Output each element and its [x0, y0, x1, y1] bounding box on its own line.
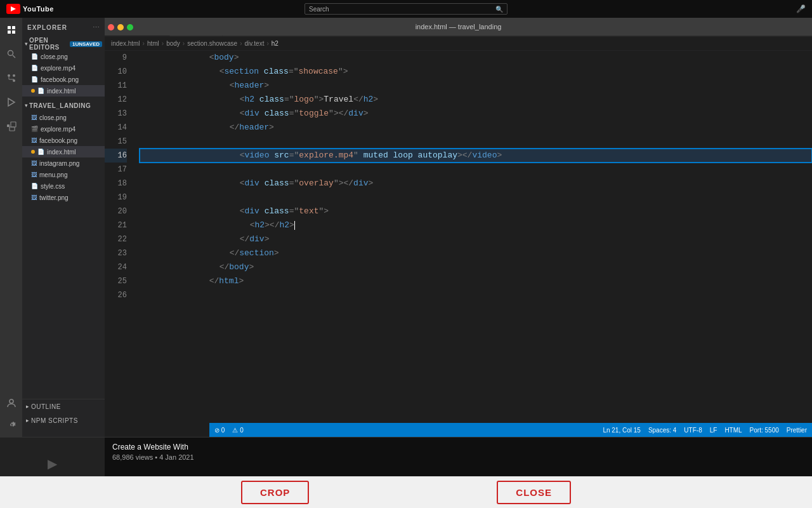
svg-marker-11	[8, 98, 15, 106]
svg-line-5	[13, 55, 15, 58]
breadcrumb-bar: index.html › html › body › section.showc…	[105, 37, 812, 51]
video-info: Create a Website With 68,986 views • 4 J…	[105, 438, 812, 476]
open-editors-label: OPEN EDITORS	[29, 37, 67, 51]
file-close-png[interactable]: 🖼 close.png	[22, 112, 105, 123]
youtube-logo: YouTube	[6, 4, 54, 14]
encoding: UTF-8	[684, 427, 702, 434]
open-editors-badge: 1UNSAVED	[70, 41, 102, 47]
youtube-logo-icon	[6, 4, 20, 14]
video-meta: 68,986 views • 4 Jan 2021	[112, 453, 804, 461]
file-style-css[interactable]: 📄 style.css	[22, 180, 105, 192]
breadcrumb-file[interactable]: index.html	[111, 40, 140, 47]
folder-arrow: ▾	[25, 102, 28, 109]
outline-panel-item[interactable]: ▸ OUTLINE	[22, 399, 105, 413]
unsaved-dot	[31, 89, 35, 93]
search-icon[interactable]: 🔍	[495, 6, 503, 13]
window-maximize-button[interactable]	[127, 24, 133, 30]
explorer-icon[interactable]	[4, 23, 18, 37]
youtube-logo-text: YouTube	[23, 5, 54, 13]
breadcrumb-sep: ›	[240, 40, 242, 47]
open-editors-header[interactable]: ▾ OPEN EDITORS 1UNSAVED	[22, 37, 105, 51]
extensions-icon[interactable]	[4, 119, 18, 133]
breadcrumb-body[interactable]: body	[166, 40, 180, 47]
file-icon-png: 🖼	[31, 160, 37, 166]
explorer-header: EXPLORER ⋯	[22, 18, 105, 37]
account-icon[interactable]	[4, 396, 18, 410]
mic-icon: 🎤	[796, 4, 806, 13]
file-icon-png: 🖼	[31, 194, 37, 201]
svg-point-7	[13, 79, 15, 82]
code-line-16: <video src="explore.mp4" muted loop auto…	[140, 149, 812, 163]
youtube-search-bar[interactable]: Search 🔍	[304, 3, 508, 15]
open-file-index[interactable]: 📄 index.html	[22, 85, 105, 97]
svg-rect-13	[11, 122, 16, 127]
open-editors-arrow: ▾	[25, 41, 28, 47]
unsaved-dot	[31, 150, 35, 154]
travel-landing-folder: ▾ TRAVEL_LANDING 🖼 close.png 🎬 explore.m…	[22, 99, 105, 203]
new-file-icon[interactable]: ⋯	[93, 23, 100, 32]
video-title: Create a Website With	[112, 443, 804, 451]
folder-header[interactable]: ▾ TRAVEL_LANDING	[22, 99, 105, 112]
explorer-panel: EXPLORER ⋯ ▾ OPEN EDITORS 1UNSAVED 📄 clo…	[22, 18, 105, 437]
file-icon-png: 🖼	[31, 114, 37, 121]
svg-rect-2	[8, 30, 11, 34]
file-menu-png[interactable]: 🖼 menu.png	[22, 169, 105, 180]
settings-icon[interactable]	[4, 418, 18, 432]
explorer-header-icons: ⋯	[93, 23, 100, 32]
breadcrumb-section[interactable]: section.showcase	[187, 40, 237, 47]
file-icon-css: 📄	[31, 183, 38, 189]
crop-button[interactable]: CROP	[241, 481, 309, 504]
status-bar: ⊘ 0 ⚠ 0 Ln 21, Col 15 Spaces: 4 UTF-8 LF…	[209, 423, 812, 437]
error-count: ⊘ 0	[214, 427, 225, 434]
spaces: Spaces: 4	[648, 427, 676, 434]
open-file-explore[interactable]: 📄 explore.mp4	[22, 62, 105, 74]
file-facebook-png[interactable]: 🖼 facebook.png	[22, 135, 105, 146]
breadcrumb-sep: ›	[183, 40, 185, 47]
code-line-26	[140, 288, 812, 302]
warning-count: ⚠ 0	[232, 427, 243, 434]
breadcrumb-div[interactable]: div.text	[244, 40, 264, 47]
port: Port: 5500	[750, 427, 779, 434]
status-bar-right: Ln 21, Col 15 Spaces: 4 UTF-8 LF HTML Po…	[603, 427, 807, 434]
window-minimize-button[interactable]	[117, 24, 124, 30]
code-lines: 9 10 11 12 13 14 15 16 17 18 19 20 21 22…	[105, 51, 812, 437]
sidebar-activity-bar	[0, 18, 22, 437]
svg-point-15	[10, 399, 13, 403]
open-file-facebook[interactable]: 📄 facebook.png	[22, 74, 105, 85]
breadcrumb-h2[interactable]: h2	[272, 40, 278, 47]
close-button[interactable]: CLOSE	[497, 481, 571, 504]
file-index-html[interactable]: 📄 index.html	[22, 146, 105, 157]
sidebar-bottom-icons	[0, 391, 22, 437]
editor-area: index.html ✕ style.css ✕ ⊡ ⋯ index.html …	[105, 18, 812, 437]
window-close-button[interactable]	[108, 24, 114, 30]
line-ending: LF	[710, 427, 717, 434]
open-editors-section: ▾ OPEN EDITORS 1UNSAVED 📄 close.png 📄 ex…	[22, 37, 105, 97]
code-line-14: </header>	[140, 121, 812, 135]
svg-rect-1	[12, 26, 15, 29]
npm-arrow: ▸	[26, 417, 29, 424]
outline-arrow: ▸	[26, 403, 29, 410]
code-area: 9 10 11 12 13 14 15 16 17 18 19 20 21 22…	[105, 51, 812, 437]
svg-point-8	[13, 74, 15, 77]
source-control-icon[interactable]	[4, 71, 18, 85]
file-twitter-png[interactable]: 🖼 twitter.png	[22, 192, 105, 203]
file-type-icon: 📄	[37, 88, 44, 94]
svg-rect-12	[7, 124, 10, 127]
breadcrumb-html[interactable]: html	[147, 40, 159, 47]
debug-icon[interactable]	[4, 95, 18, 109]
search-sidebar-icon[interactable]	[4, 47, 18, 61]
breadcrumb-sep: ›	[266, 40, 268, 47]
svg-rect-14	[10, 127, 15, 131]
svg-point-4	[8, 51, 13, 56]
prettier: Prettier	[787, 427, 807, 434]
open-file-close[interactable]: 📄 close.png	[22, 51, 105, 62]
bottom-left-panel: ▸ OUTLINE ▸ NPM SCRIPTS	[22, 399, 105, 437]
file-icon-mp4: 🎬	[31, 126, 38, 132]
npm-label: NPM SCRIPTS	[31, 417, 78, 424]
outline-label: OUTLINE	[31, 403, 61, 410]
editor-title-bar: index.html — travel_landing	[105, 18, 812, 36]
file-explore-mp4[interactable]: 🎬 explore.mp4	[22, 123, 105, 135]
breadcrumb-sep: ›	[162, 40, 164, 47]
npm-panel-item[interactable]: ▸ NPM SCRIPTS	[22, 413, 105, 427]
file-instagram-png[interactable]: 🖼 instagram.png	[22, 157, 105, 169]
